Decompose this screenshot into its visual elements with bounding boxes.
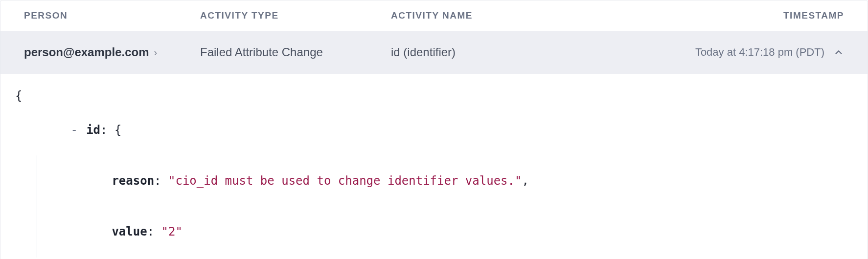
json-brace-open: { <box>15 89 22 103</box>
json-key-value: value <box>112 225 147 238</box>
activity-row[interactable]: person@example.com › Failed Attribute Ch… <box>0 31 868 74</box>
json-collapse-toggle[interactable]: - <box>69 122 79 139</box>
header-activity-type: Activity Type <box>200 10 391 21</box>
table-header-row: Person Activity Type Activity Name Times… <box>0 0 868 31</box>
json-key-id: id <box>86 123 100 137</box>
json-value-reason: "cio_id must be used to change identifie… <box>168 174 522 188</box>
activity-details-json: { - id: { reason: "cio_id must be used t… <box>0 74 868 259</box>
json-key-reason: reason <box>112 174 154 188</box>
cell-activity-type: Failed Attribute Change <box>200 45 391 59</box>
cell-activity-name: id (identifier) <box>391 45 668 59</box>
chevron-up-icon[interactable] <box>833 47 844 58</box>
header-timestamp: Timestamp <box>668 10 844 21</box>
timestamp-text: Today at 4:17:18 pm (PDT) <box>695 46 824 59</box>
header-person: Person <box>24 10 200 21</box>
person-email[interactable]: person@example.com <box>24 45 149 59</box>
json-value-value: "2" <box>161 225 183 238</box>
chevron-right-icon: › <box>154 47 158 58</box>
header-activity-name: Activity Name <box>391 10 668 21</box>
activity-log-panel: Person Activity Type Activity Name Times… <box>0 0 868 259</box>
cell-person[interactable]: person@example.com › <box>24 45 200 59</box>
cell-timestamp[interactable]: Today at 4:17:18 pm (PDT) <box>668 46 844 59</box>
